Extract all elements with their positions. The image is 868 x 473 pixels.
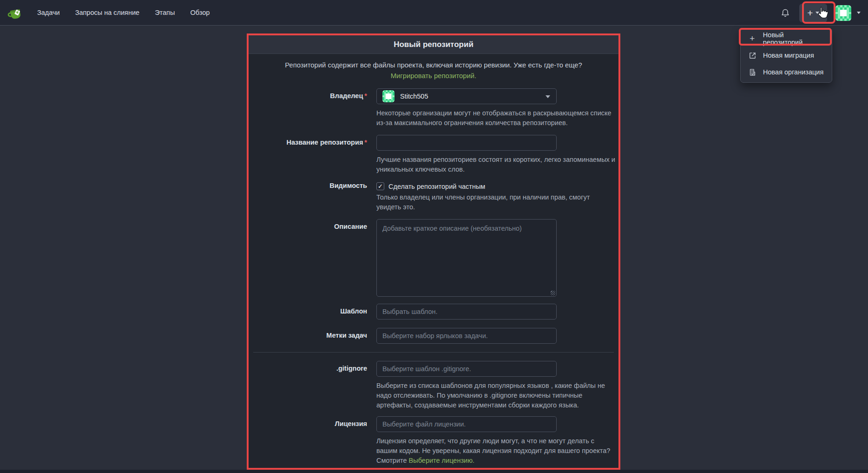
menu-item-label: Новая миграция	[763, 52, 814, 59]
avatar-chevron-down-icon[interactable]	[857, 12, 861, 14]
navbar-right: +	[780, 0, 861, 26]
menu-item-label: Новый репозиторий	[763, 31, 825, 46]
footer-strip	[0, 470, 868, 473]
owner-select[interactable]: Stitch505	[376, 88, 557, 104]
template-label: Шаблон	[249, 304, 372, 320]
menu-item-new-repository[interactable]: + Новый репозиторий	[741, 30, 832, 47]
section-divider	[253, 352, 614, 353]
notifications-bell-icon[interactable]	[780, 7, 791, 19]
chevron-down-icon	[815, 12, 819, 14]
owner-select-value: Stitch505	[400, 93, 428, 100]
license-label: Лицензия	[249, 416, 372, 466]
issue-labels-row: Метки задач	[249, 328, 618, 344]
menu-item-label: Новая организация	[763, 68, 823, 76]
migrate-repository-link[interactable]: Мигрировать репозиторий.	[391, 72, 476, 80]
nav-links: Задачи Запросы на слияние Этапы Обзор	[37, 9, 210, 16]
new-repository-panel: Новый репозиторий Репозиторий содержит в…	[247, 33, 620, 470]
template-row: Шаблон	[249, 304, 618, 320]
organization-icon	[748, 68, 757, 76]
plus-icon: +	[807, 8, 813, 18]
user-avatar[interactable]	[835, 5, 851, 21]
visibility-row: Видимость ✓ Сделать репозиторий частным …	[249, 181, 618, 212]
private-checkbox[interactable]: ✓	[376, 182, 384, 190]
plus-icon: +	[748, 33, 757, 44]
choose-license-link[interactable]: Выберите лицензию.	[409, 457, 474, 464]
gitignore-input[interactable]	[376, 361, 557, 377]
license-help-text: Лицензия определяет, что другие люди мог…	[376, 436, 615, 466]
chevron-down-icon	[546, 95, 550, 98]
migrate-icon	[748, 52, 757, 60]
gitignore-help-text: Выберите из списка шаблонов для популярн…	[376, 381, 615, 410]
owner-label: Владелец*	[249, 88, 372, 128]
visibility-help-text: Только владелец или члены организации, п…	[376, 193, 615, 212]
menu-item-new-migration[interactable]: Новая миграция	[741, 47, 832, 64]
description-label: Описание	[249, 219, 372, 297]
template-input[interactable]	[376, 304, 557, 320]
create-new-button[interactable]: +	[799, 4, 827, 22]
nav-item-explore[interactable]: Обзор	[190, 9, 210, 16]
repo-name-input[interactable]	[376, 135, 557, 151]
intro-text: Репозиторий содержит все файлы проекта, …	[285, 61, 582, 69]
nav-item-issues[interactable]: Задачи	[37, 9, 60, 16]
description-row: Описание	[249, 219, 618, 297]
repo-name-help-text: Лучшие названия репозиториев состоят из …	[376, 155, 615, 174]
panel-title: Новый репозиторий	[249, 35, 618, 54]
visibility-label: Видимость	[249, 181, 372, 212]
gitignore-row: .gitignore Выберите из списка шаблонов д…	[249, 361, 618, 410]
gitea-logo-icon[interactable]	[7, 3, 25, 22]
new-repository-form: Владелец*	[249, 86, 618, 466]
required-mark: *	[364, 139, 367, 146]
owner-row: Владелец*	[249, 88, 618, 128]
create-dropdown-menu: + Новый репозиторий Новая миграция Новая…	[740, 28, 832, 83]
license-input[interactable]	[376, 416, 557, 432]
owner-avatar	[382, 90, 395, 102]
repo-name-row: Название репозитория* Лучшие названия ре…	[249, 135, 618, 174]
gitignore-label: .gitignore	[249, 361, 372, 410]
nav-item-milestones[interactable]: Этапы	[155, 9, 175, 16]
issue-labels-input[interactable]	[376, 328, 557, 344]
menu-item-new-organization[interactable]: Новая организация	[741, 64, 832, 80]
panel-intro: Репозиторий содержит все файлы проекта, …	[249, 54, 618, 86]
owner-help-text: Некоторые организации могут не отображат…	[376, 108, 615, 128]
repo-name-label: Название репозитория*	[249, 135, 372, 174]
issue-labels-label: Метки задач	[249, 328, 372, 344]
nav-item-pull-requests[interactable]: Запросы на слияние	[75, 9, 139, 16]
required-mark: *	[364, 92, 367, 100]
private-checkbox-label[interactable]: Сделать репозиторий частным	[388, 183, 485, 190]
license-row: Лицензия Лицензия определяет, что другие…	[249, 416, 618, 466]
top-navbar: Задачи Запросы на слияние Этапы Обзор +	[0, 0, 868, 26]
description-textarea[interactable]	[376, 219, 557, 297]
